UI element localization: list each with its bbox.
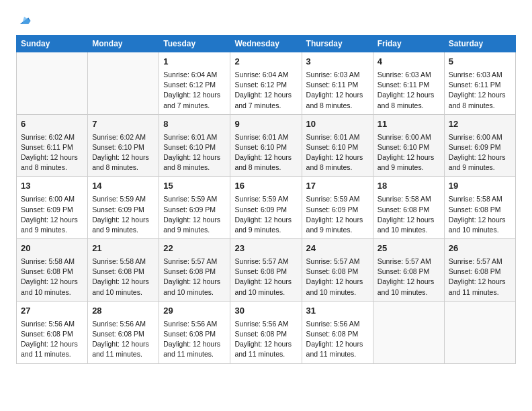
day-number: 25 — [378, 242, 440, 255]
sunset-text: Sunset: 6:09 PM — [163, 205, 226, 215]
daylight-text: Daylight: 12 hours and 8 minutes. — [306, 90, 369, 110]
calendar-cell: 21Sunrise: 5:58 AMSunset: 6:08 PMDayligh… — [88, 239, 159, 302]
sunrise-text: Sunrise: 6:01 AM — [163, 132, 226, 142]
sunrise-text: Sunrise: 5:59 AM — [163, 194, 226, 204]
calendar-cell: 25Sunrise: 5:57 AMSunset: 6:08 PMDayligh… — [373, 239, 444, 302]
day-number: 11 — [378, 118, 440, 131]
calendar-cell: 9Sunrise: 6:01 AMSunset: 6:10 PMDaylight… — [230, 114, 302, 177]
daylight-text: Daylight: 12 hours and 9 minutes. — [378, 152, 440, 173]
logo-icon — [17, 13, 32, 28]
calendar-cell — [373, 301, 444, 363]
sunset-text: Sunset: 6:08 PM — [378, 205, 440, 215]
sunrise-text: Sunrise: 5:58 AM — [21, 257, 83, 267]
sunrise-text: Sunrise: 5:57 AM — [449, 257, 511, 267]
calendar-cell: 14Sunrise: 5:59 AMSunset: 6:09 PMDayligh… — [88, 177, 159, 239]
day-number: 5 — [449, 56, 511, 68]
day-number: 17 — [306, 180, 369, 193]
sunrise-text: Sunrise: 6:02 AM — [92, 132, 154, 142]
sunset-text: Sunset: 6:09 PM — [449, 142, 511, 152]
day-number: 15 — [163, 180, 226, 193]
calendar-cell: 5Sunrise: 6:03 AMSunset: 6:11 PMDaylight… — [444, 52, 515, 115]
day-of-week-header: Monday — [88, 36, 159, 52]
calendar-cell: 24Sunrise: 5:57 AMSunset: 6:08 PMDayligh… — [302, 239, 373, 302]
sunrise-text: Sunrise: 5:59 AM — [306, 194, 369, 204]
sunrise-text: Sunrise: 6:00 AM — [21, 194, 83, 204]
day-number: 7 — [92, 118, 154, 131]
header — [16, 12, 516, 28]
sunrise-text: Sunrise: 6:02 AM — [21, 132, 83, 142]
day-number: 2 — [234, 56, 297, 68]
sunrise-text: Sunrise: 5:57 AM — [378, 257, 440, 267]
calendar-cell — [444, 301, 515, 363]
daylight-text: Daylight: 12 hours and 10 minutes. — [92, 277, 154, 297]
day-number: 23 — [234, 242, 297, 255]
daylight-text: Daylight: 12 hours and 8 minutes. — [92, 152, 154, 173]
daylight-text: Daylight: 12 hours and 10 minutes. — [378, 215, 440, 235]
sunset-text: Sunset: 6:08 PM — [234, 267, 297, 277]
sunrise-text: Sunrise: 6:03 AM — [306, 70, 369, 80]
calendar-cell: 8Sunrise: 6:01 AMSunset: 6:10 PMDaylight… — [159, 114, 230, 177]
sunset-text: Sunset: 6:10 PM — [306, 142, 369, 152]
sunrise-text: Sunrise: 6:00 AM — [449, 132, 511, 142]
calendar-week-row: 13Sunrise: 6:00 AMSunset: 6:09 PMDayligh… — [17, 177, 516, 239]
calendar-cell: 10Sunrise: 6:01 AMSunset: 6:10 PMDayligh… — [302, 114, 373, 177]
daylight-text: Daylight: 12 hours and 9 minutes. — [306, 215, 369, 235]
sunrise-text: Sunrise: 5:56 AM — [306, 319, 369, 329]
sunrise-text: Sunrise: 6:04 AM — [163, 70, 226, 80]
sunrise-text: Sunrise: 6:00 AM — [378, 132, 440, 142]
daylight-text: Daylight: 12 hours and 10 minutes. — [163, 277, 226, 297]
daylight-text: Daylight: 12 hours and 11 minutes. — [449, 277, 511, 297]
calendar-cell: 22Sunrise: 5:57 AMSunset: 6:08 PMDayligh… — [159, 239, 230, 302]
day-number: 18 — [378, 180, 440, 193]
sunrise-text: Sunrise: 6:03 AM — [449, 70, 511, 80]
day-number: 30 — [234, 305, 297, 318]
daylight-text: Daylight: 12 hours and 11 minutes. — [234, 339, 297, 359]
sunset-text: Sunset: 6:11 PM — [306, 80, 369, 90]
sunset-text: Sunset: 6:12 PM — [234, 80, 297, 90]
sunset-text: Sunset: 6:11 PM — [378, 80, 440, 90]
sunset-text: Sunset: 6:08 PM — [92, 267, 154, 277]
daylight-text: Daylight: 12 hours and 7 minutes. — [163, 90, 226, 110]
sunset-text: Sunset: 6:11 PM — [21, 142, 83, 152]
day-number: 14 — [92, 180, 154, 193]
daylight-text: Daylight: 12 hours and 11 minutes. — [21, 339, 83, 359]
svg-marker-1 — [22, 17, 31, 24]
day-of-week-header: Wednesday — [230, 36, 302, 52]
logo — [16, 15, 32, 28]
sunrise-text: Sunrise: 5:56 AM — [234, 319, 297, 329]
calendar-cell: 13Sunrise: 6:00 AMSunset: 6:09 PMDayligh… — [17, 177, 88, 239]
calendar-cell: 31Sunrise: 5:56 AMSunset: 6:08 PMDayligh… — [302, 301, 373, 363]
day-number: 4 — [378, 56, 440, 68]
sunset-text: Sunset: 6:09 PM — [21, 205, 83, 215]
sunset-text: Sunset: 6:08 PM — [449, 267, 511, 277]
calendar-header-row: SundayMondayTuesdayWednesdayThursdayFrid… — [17, 36, 516, 52]
calendar-cell: 29Sunrise: 5:56 AMSunset: 6:08 PMDayligh… — [159, 301, 230, 363]
calendar-cell: 19Sunrise: 5:58 AMSunset: 6:08 PMDayligh… — [444, 177, 515, 239]
calendar-week-row: 6Sunrise: 6:02 AMSunset: 6:11 PMDaylight… — [17, 114, 516, 177]
calendar-cell: 17Sunrise: 5:59 AMSunset: 6:09 PMDayligh… — [302, 177, 373, 239]
sunset-text: Sunset: 6:08 PM — [234, 329, 297, 339]
calendar-cell: 20Sunrise: 5:58 AMSunset: 6:08 PMDayligh… — [17, 239, 88, 302]
daylight-text: Daylight: 12 hours and 10 minutes. — [378, 277, 440, 297]
daylight-text: Daylight: 12 hours and 11 minutes. — [92, 339, 154, 359]
day-of-week-header: Friday — [373, 36, 444, 52]
sunset-text: Sunset: 6:08 PM — [306, 267, 369, 277]
sunrise-text: Sunrise: 5:57 AM — [163, 257, 226, 267]
day-number: 10 — [306, 118, 369, 131]
sunset-text: Sunset: 6:10 PM — [378, 142, 440, 152]
sunset-text: Sunset: 6:08 PM — [449, 205, 511, 215]
sunset-text: Sunset: 6:09 PM — [306, 205, 369, 215]
calendar-cell: 12Sunrise: 6:00 AMSunset: 6:09 PMDayligh… — [444, 114, 515, 177]
sunrise-text: Sunrise: 5:58 AM — [378, 194, 440, 204]
sunrise-text: Sunrise: 5:57 AM — [306, 257, 369, 267]
daylight-text: Daylight: 12 hours and 8 minutes. — [21, 152, 83, 173]
page: SundayMondayTuesdayWednesdayThursdayFrid… — [0, 0, 532, 411]
calendar-cell: 23Sunrise: 5:57 AMSunset: 6:08 PMDayligh… — [230, 239, 302, 302]
sunset-text: Sunset: 6:10 PM — [234, 142, 297, 152]
calendar-week-row: 20Sunrise: 5:58 AMSunset: 6:08 PMDayligh… — [17, 239, 516, 302]
sunset-text: Sunset: 6:08 PM — [21, 267, 83, 277]
sunset-text: Sunset: 6:08 PM — [92, 329, 154, 339]
calendar-table: SundayMondayTuesdayWednesdayThursdayFrid… — [16, 35, 516, 364]
daylight-text: Daylight: 12 hours and 11 minutes. — [163, 339, 226, 359]
day-number: 21 — [92, 242, 154, 255]
